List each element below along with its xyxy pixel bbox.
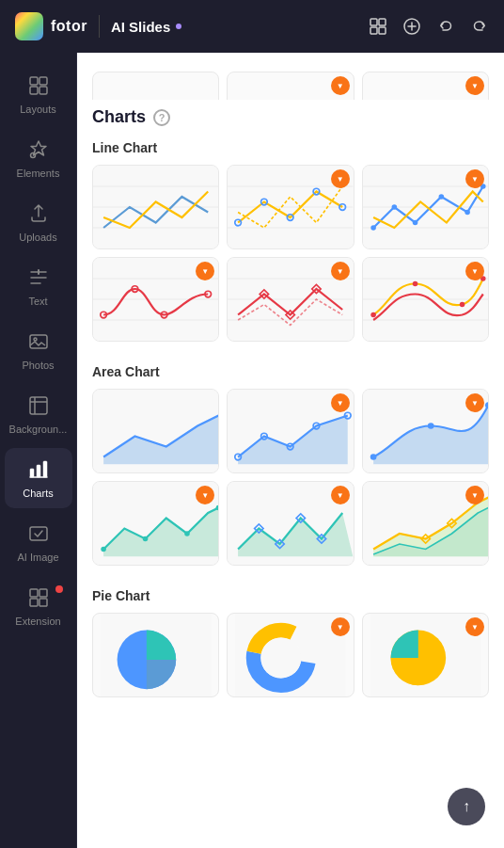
charts-icon	[25, 456, 52, 483]
svg-point-63	[370, 312, 376, 318]
topbar: fotor AI Slides	[0, 0, 504, 53]
area-chart-row-1	[92, 389, 489, 473]
text-icon	[25, 264, 52, 291]
text-label: Text	[28, 296, 47, 307]
line-chart-section: Line Chart	[92, 140, 489, 342]
add-icon[interactable]	[402, 17, 421, 36]
photos-label: Photos	[22, 360, 54, 371]
svg-point-38	[370, 225, 376, 231]
pie-chart-title: Pie Chart	[92, 588, 489, 603]
svg-rect-8	[39, 87, 47, 94]
favorite-btn-ac2[interactable]	[331, 393, 350, 412]
page-title: Charts ?	[92, 107, 489, 127]
content-area[interactable]: ▼ ▼ Charts ? Line Chart	[77, 53, 504, 848]
svg-rect-7	[30, 87, 38, 94]
favorite-btn-ac6[interactable]	[465, 486, 484, 504]
help-icon[interactable]: ?	[153, 109, 170, 126]
svg-rect-14	[37, 465, 40, 477]
favorite-btn-ac3[interactable]	[465, 393, 484, 412]
svg-point-82	[101, 547, 106, 552]
svg-point-40	[412, 220, 417, 226]
line-chart-row-1	[92, 165, 489, 249]
extension-label: Extension	[15, 616, 60, 627]
svg-rect-20	[39, 599, 47, 606]
elements-icon	[25, 136, 52, 163]
sidebar-item-photos[interactable]: Photos	[5, 320, 72, 380]
chart-card-lc4[interactable]	[92, 257, 219, 342]
divider	[99, 15, 100, 38]
chart-card-ac4[interactable]	[92, 481, 219, 566]
favorite-btn-pc3[interactable]	[465, 617, 484, 636]
chart-card-lc2[interactable]	[227, 165, 354, 249]
title-dot	[176, 24, 181, 29]
svg-point-84	[184, 531, 190, 536]
chart-card-pc1[interactable]	[92, 613, 219, 697]
chart-card-lc5[interactable]	[227, 257, 354, 342]
svg-point-83	[143, 536, 149, 542]
undo-icon[interactable]	[436, 17, 455, 36]
app-title: AI Slides	[111, 19, 181, 35]
svg-rect-2	[370, 27, 377, 34]
layouts-icon	[25, 72, 52, 99]
sidebar-item-extension[interactable]: Extension	[5, 576, 72, 636]
area-chart-row-2	[92, 481, 489, 566]
sidebar-item-charts[interactable]: Charts	[5, 448, 72, 508]
svg-point-39	[391, 204, 397, 210]
favorite-btn-lc6[interactable]	[465, 262, 484, 280]
chart-card-lc1[interactable]	[92, 165, 219, 249]
svg-rect-15	[43, 461, 47, 477]
favorite-btn-ac5[interactable]	[331, 486, 350, 504]
chart-card-pc3[interactable]	[362, 613, 489, 697]
back-to-top-button[interactable]: ↑	[448, 788, 485, 825]
favorite-btn-lc5[interactable]	[331, 262, 350, 280]
svg-rect-0	[370, 19, 377, 25]
backgrounds-icon	[25, 392, 52, 419]
svg-rect-3	[379, 27, 386, 34]
charts-label: Charts	[23, 488, 53, 499]
app-logo: fotor	[15, 12, 87, 40]
chart-card-lc6[interactable]	[362, 257, 489, 342]
ai-image-icon	[25, 520, 52, 547]
svg-rect-5	[30, 77, 38, 85]
svg-point-41	[438, 194, 444, 200]
chart-card-pc2[interactable]	[227, 613, 354, 697]
chart-card-ac1[interactable]	[92, 389, 219, 473]
favorite-btn-lc2[interactable]	[331, 169, 350, 188]
chart-card-ac5[interactable]	[227, 481, 354, 566]
main-layout: Layouts Elements Uploads	[0, 53, 504, 848]
ai-image-label: AI Image	[17, 552, 58, 563]
sidebar-item-uploads[interactable]: Uploads	[5, 192, 72, 252]
svg-rect-10	[30, 335, 47, 348]
layouts-label: Layouts	[20, 104, 56, 115]
redo-icon[interactable]	[470, 17, 489, 36]
svg-point-102	[261, 637, 302, 678]
sidebar-item-layouts[interactable]: Layouts	[5, 64, 72, 124]
fotor-logo-icon	[15, 12, 43, 40]
grid-icon[interactable]	[369, 17, 387, 36]
sidebar-item-ai-image[interactable]: AI Image	[5, 512, 72, 572]
topbar-actions	[369, 17, 489, 36]
svg-rect-18	[39, 589, 47, 597]
scroll-hint: ▼ ▼	[92, 72, 489, 100]
svg-point-78	[428, 423, 434, 429]
svg-point-11	[34, 338, 37, 341]
svg-rect-17	[30, 589, 38, 597]
photos-icon	[25, 328, 52, 355]
area-chart-section: Area Chart	[92, 364, 489, 566]
pie-chart-section: Pie Chart	[92, 588, 489, 697]
uploads-icon	[25, 200, 52, 227]
uploads-label: Uploads	[19, 232, 56, 243]
favorite-btn-pc2[interactable]	[331, 617, 350, 636]
chart-card-lc3[interactable]	[362, 165, 489, 249]
chart-card-ac2[interactable]	[227, 389, 354, 473]
sidebar-item-elements[interactable]: Elements	[5, 128, 72, 188]
svg-rect-1	[379, 19, 386, 25]
svg-rect-6	[39, 77, 47, 85]
chart-card-ac3[interactable]	[362, 389, 489, 473]
chart-card-ac6[interactable]	[362, 481, 489, 566]
svg-point-42	[465, 210, 470, 216]
sidebar-item-text[interactable]: Text	[5, 256, 72, 316]
line-chart-row-2	[92, 257, 489, 342]
sidebar-item-backgrounds[interactable]: Backgroun...	[5, 384, 72, 444]
favorite-btn-lc3[interactable]	[465, 169, 484, 188]
